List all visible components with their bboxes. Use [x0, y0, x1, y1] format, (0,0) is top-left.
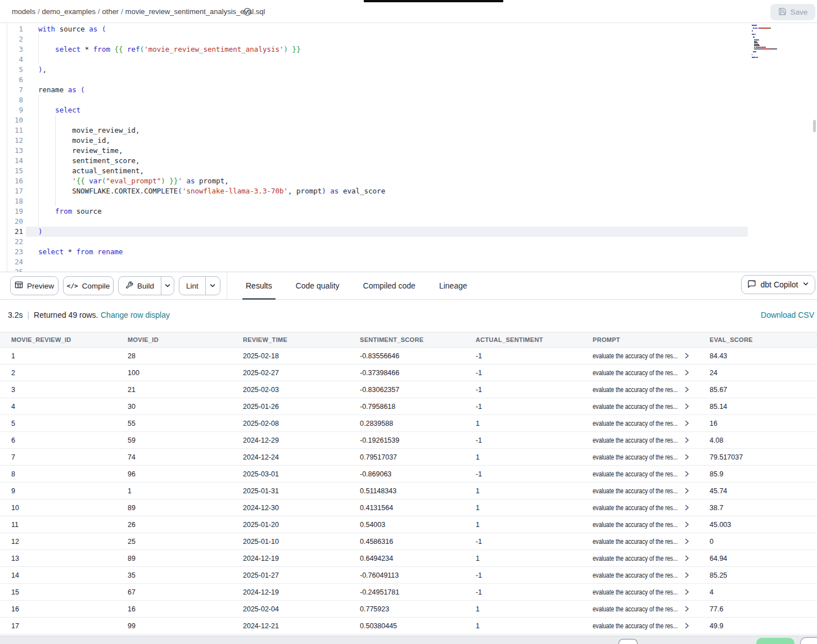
code-line[interactable]: 9 select [0, 105, 817, 115]
code-line[interactable]: 23select * from rename [0, 247, 817, 257]
expand-prompt-icon[interactable] [685, 386, 689, 393]
expand-prompt-icon[interactable] [685, 488, 689, 494]
expand-prompt-icon[interactable] [685, 623, 689, 629]
build-button[interactable]: Build [119, 277, 161, 295]
code-line[interactable]: 22 [0, 237, 817, 247]
sql-code-editor[interactable]: 1with source as (23 select * from {{ ref… [0, 23, 817, 272]
code-line[interactable]: 15 actual_sentiment, [0, 166, 817, 176]
lint-dropdown-chevron[interactable] [205, 277, 220, 295]
cell-movie_review_id: 17 [0, 618, 112, 634]
cell-review_time: 2024-12-24 [227, 449, 344, 465]
change-row-display-link[interactable]: Change row display [101, 310, 170, 319]
expand-prompt-icon[interactable] [685, 505, 689, 511]
table-row: 16162025-02-040.7759231evaluate the accu… [0, 601, 817, 618]
cell-review_time: 2025-01-10 [227, 533, 344, 550]
minimap[interactable] [752, 25, 804, 64]
code-line[interactable]: 14 sentiment_score, [0, 156, 817, 166]
code-line[interactable]: 1with source as ( [0, 24, 817, 34]
code-line[interactable]: 19 from source [0, 206, 817, 217]
table-row: 6592024-12-29-0.19261539-1evaluate the a… [0, 432, 817, 449]
line-number: 22 [0, 237, 23, 247]
compile-label: Compile [82, 282, 110, 290]
expand-prompt-icon[interactable] [685, 555, 689, 561]
tab-results[interactable]: Results [234, 272, 284, 300]
cell-actual_sentiment: -1 [460, 348, 577, 364]
results-toolbar: Preview </> Compile Build Lint ResultsCo… [0, 272, 817, 300]
code-line[interactable]: 25 [0, 267, 817, 272]
code-line[interactable]: 13 review_time, [0, 146, 817, 156]
expand-prompt-icon[interactable] [685, 403, 689, 409]
cell-movie_id: 67 [112, 584, 227, 600]
code-line[interactable]: 3 select * from {{ ref('movie_review_sen… [0, 44, 817, 55]
expand-prompt-icon[interactable] [685, 353, 689, 359]
code-line[interactable]: 12 movie_id, [0, 136, 817, 146]
expand-prompt-icon[interactable] [685, 521, 689, 528]
cell-prompt: evaluate the accuracy of the res... [577, 533, 694, 550]
expand-prompt-icon[interactable] [685, 454, 689, 460]
cell-sentiment_score: 0.6494234 [344, 550, 460, 566]
tab-compiled-code[interactable]: Compiled code [351, 272, 427, 300]
editor-scrollbar-thumb[interactable] [813, 120, 816, 132]
partial-button-left[interactable] [619, 639, 638, 644]
code-line[interactable]: 20 [0, 217, 817, 227]
expand-prompt-icon[interactable] [685, 538, 689, 544]
tab-code-quality[interactable]: Code quality [284, 272, 351, 300]
table-row: 13892024-12-190.64942341evaluate the acc… [0, 550, 817, 567]
cell-movie_review_id: 14 [0, 567, 112, 583]
prompt-preview-text: evaluate the accuracy of the res... [593, 487, 678, 495]
expand-prompt-icon[interactable] [685, 437, 689, 443]
download-csv-link[interactable]: Download CSV [761, 310, 814, 319]
expand-prompt-icon[interactable] [685, 589, 689, 595]
partial-button-right[interactable] [800, 637, 817, 644]
expand-prompt-icon[interactable] [685, 572, 689, 578]
breadcrumb-separator: / [38, 7, 40, 16]
column-header-sentiment_score: SENTIMENT_SCORE [344, 332, 460, 347]
preview-button[interactable]: Preview [10, 276, 58, 295]
expand-prompt-icon[interactable] [685, 606, 689, 612]
code-line[interactable]: 11 movie_review_id, [0, 125, 817, 136]
cell-actual_sentiment: -1 [460, 567, 577, 583]
expand-prompt-icon[interactable] [685, 370, 689, 376]
line-number: 17 [0, 186, 23, 196]
lint-button[interactable]: Lint [179, 277, 205, 295]
table-body: 1282025-02-18-0.83556646-1evaluate the a… [0, 348, 817, 634]
tab-lineage[interactable]: Lineage [427, 272, 479, 300]
breadcrumb-segment[interactable]: demo_examples [42, 7, 96, 16]
line-number: 19 [0, 206, 23, 217]
table-row: 3212025-02-03-0.83062357-1evaluate the a… [0, 381, 817, 398]
file-modified-circle-icon[interactable] [243, 7, 252, 16]
code-line[interactable]: 2 [0, 34, 817, 44]
compile-button[interactable]: </> Compile [63, 276, 114, 295]
code-line[interactable]: 24 [0, 257, 817, 267]
code-text: ), [38, 65, 47, 75]
code-line[interactable]: 7rename as ( [0, 85, 817, 95]
cell-actual_sentiment: 1 [460, 601, 577, 617]
prompt-preview-text: evaluate the accuracy of the res... [593, 470, 678, 478]
dbt-copilot-button[interactable]: dbt Copilot [741, 275, 815, 294]
cell-movie_review_id: 1 [0, 348, 112, 364]
partial-button-green[interactable] [756, 638, 795, 644]
code-line[interactable]: 5), [0, 65, 817, 75]
save-button[interactable]: Save [770, 4, 815, 20]
breadcrumb-segment[interactable]: other [102, 7, 119, 16]
cell-review_time: 2024-12-21 [227, 618, 344, 634]
expand-prompt-icon[interactable] [685, 420, 689, 426]
code-line[interactable]: 4 [0, 55, 817, 65]
line-number: 11 [0, 125, 23, 136]
results-status-bar: 3.2s|Returned 49 rows. Change row displa… [0, 300, 817, 332]
breadcrumb-segment[interactable]: models [12, 7, 35, 16]
code-text: select [38, 105, 80, 115]
code-line[interactable]: 10 [0, 115, 817, 125]
code-line[interactable]: 16 '{{ var("eval_prompt") }}' as prompt, [0, 176, 817, 186]
code-line[interactable]: 21) [0, 227, 817, 237]
copilot-chevron-down-icon [802, 280, 809, 289]
cell-sentiment_score: 0.4586316 [344, 533, 460, 550]
cell-review_time: 2025-03-01 [227, 466, 344, 482]
build-dropdown-chevron[interactable] [161, 277, 174, 295]
code-line[interactable]: 8 [0, 95, 817, 105]
code-line[interactable]: 17 SNOWFLAKE.CORTEX.COMPLETE('snowflake-… [0, 186, 817, 196]
code-line[interactable]: 18 [0, 196, 817, 206]
cell-eval_score: 4.08 [694, 432, 817, 448]
code-line[interactable]: 6 [0, 75, 817, 85]
expand-prompt-icon[interactable] [685, 471, 689, 477]
